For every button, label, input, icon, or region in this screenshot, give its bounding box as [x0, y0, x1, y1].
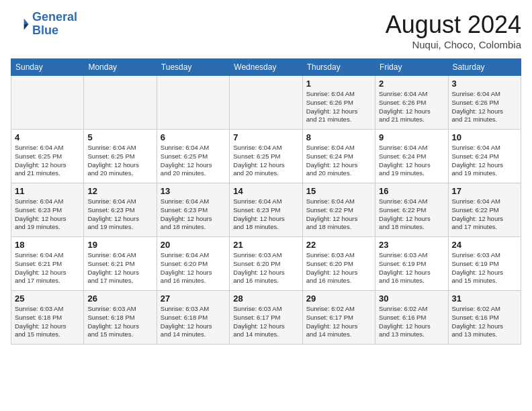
- calendar-cell: [230, 76, 302, 130]
- svg-marker-0: [24, 18, 29, 24]
- day-info: Sunrise: 6:04 AMSunset: 6:26 PMDaylight:…: [306, 90, 371, 124]
- week-row-4: 18Sunrise: 6:04 AMSunset: 6:21 PMDayligh…: [11, 237, 521, 291]
- day-info: Sunrise: 6:03 AMSunset: 6:17 PMDaylight:…: [233, 305, 298, 339]
- day-info: Sunrise: 6:04 AMSunset: 6:24 PMDaylight:…: [452, 144, 517, 178]
- calendar-cell: 4Sunrise: 6:04 AMSunset: 6:25 PMDaylight…: [11, 130, 84, 183]
- day-number: 13: [161, 186, 226, 196]
- calendar-cell: 18Sunrise: 6:04 AMSunset: 6:21 PMDayligh…: [11, 237, 84, 291]
- day-info: Sunrise: 6:03 AMSunset: 6:18 PMDaylight:…: [15, 305, 80, 339]
- week-row-1: 1Sunrise: 6:04 AMSunset: 6:26 PMDaylight…: [11, 76, 521, 130]
- day-number: 10: [452, 132, 517, 142]
- day-info: Sunrise: 6:04 AMSunset: 6:23 PMDaylight:…: [15, 197, 80, 232]
- day-number: 31: [452, 293, 517, 304]
- calendar-cell: [84, 76, 157, 130]
- day-info: Sunrise: 6:04 AMSunset: 6:25 PMDaylight:…: [233, 144, 298, 178]
- day-number: 17: [452, 186, 517, 196]
- calendar-cell: 12Sunrise: 6:04 AMSunset: 6:23 PMDayligh…: [84, 183, 157, 237]
- day-info: Sunrise: 6:04 AMSunset: 6:24 PMDaylight:…: [306, 144, 371, 178]
- day-info: Sunrise: 6:04 AMSunset: 6:22 PMDaylight:…: [306, 197, 371, 232]
- day-info: Sunrise: 6:04 AMSunset: 6:26 PMDaylight:…: [379, 90, 444, 124]
- calendar-table: SundayMondayTuesdayWednesdayThursdayFrid…: [11, 58, 521, 345]
- day-number: 7: [233, 132, 298, 142]
- day-info: Sunrise: 6:04 AMSunset: 6:23 PMDaylight:…: [161, 197, 226, 232]
- weekday-header-thursday: Thursday: [302, 59, 375, 76]
- calendar-cell: 27Sunrise: 6:03 AMSunset: 6:18 PMDayligh…: [157, 291, 229, 345]
- day-info: Sunrise: 6:04 AMSunset: 6:23 PMDaylight:…: [233, 197, 298, 232]
- week-row-2: 4Sunrise: 6:04 AMSunset: 6:25 PMDaylight…: [11, 130, 521, 183]
- calendar-cell: 3Sunrise: 6:04 AMSunset: 6:26 PMDaylight…: [448, 76, 521, 130]
- logo-icon: [11, 15, 30, 34]
- day-number: 28: [233, 293, 298, 304]
- calendar-cell: 20Sunrise: 6:04 AMSunset: 6:20 PMDayligh…: [157, 237, 229, 291]
- day-info: Sunrise: 6:04 AMSunset: 6:21 PMDaylight:…: [87, 251, 152, 285]
- day-info: Sunrise: 6:04 AMSunset: 6:21 PMDaylight:…: [15, 251, 80, 285]
- calendar-cell: 24Sunrise: 6:03 AMSunset: 6:19 PMDayligh…: [448, 237, 521, 291]
- day-info: Sunrise: 6:03 AMSunset: 6:20 PMDaylight:…: [233, 251, 298, 285]
- calendar-cell: 22Sunrise: 6:03 AMSunset: 6:20 PMDayligh…: [302, 237, 375, 291]
- svg-marker-1: [24, 24, 29, 30]
- day-info: Sunrise: 6:04 AMSunset: 6:24 PMDaylight:…: [379, 144, 444, 178]
- day-number: 15: [306, 186, 371, 196]
- weekday-header-friday: Friday: [375, 59, 448, 76]
- calendar-cell: 25Sunrise: 6:03 AMSunset: 6:18 PMDayligh…: [11, 291, 84, 345]
- day-number: 24: [452, 240, 517, 250]
- day-number: 12: [87, 186, 152, 196]
- week-row-3: 11Sunrise: 6:04 AMSunset: 6:23 PMDayligh…: [11, 183, 521, 237]
- day-number: 30: [379, 293, 444, 304]
- day-number: 14: [233, 186, 298, 196]
- calendar-cell: 19Sunrise: 6:04 AMSunset: 6:21 PMDayligh…: [84, 237, 157, 291]
- day-number: 25: [15, 293, 80, 304]
- day-info: Sunrise: 6:03 AMSunset: 6:18 PMDaylight:…: [87, 305, 152, 339]
- calendar-cell: 26Sunrise: 6:03 AMSunset: 6:18 PMDayligh…: [84, 291, 157, 345]
- week-row-5: 25Sunrise: 6:03 AMSunset: 6:18 PMDayligh…: [11, 291, 521, 345]
- day-number: 18: [15, 240, 80, 250]
- calendar-cell: 23Sunrise: 6:03 AMSunset: 6:19 PMDayligh…: [375, 237, 448, 291]
- day-number: 8: [306, 132, 371, 142]
- day-number: 6: [161, 132, 226, 142]
- day-info: Sunrise: 6:03 AMSunset: 6:20 PMDaylight:…: [306, 251, 371, 285]
- day-number: 27: [161, 293, 226, 304]
- day-info: Sunrise: 6:04 AMSunset: 6:25 PMDaylight:…: [87, 144, 152, 178]
- calendar-cell: 8Sunrise: 6:04 AMSunset: 6:24 PMDaylight…: [302, 130, 375, 183]
- calendar-cell: 1Sunrise: 6:04 AMSunset: 6:26 PMDaylight…: [302, 76, 375, 130]
- weekday-header-row: SundayMondayTuesdayWednesdayThursdayFrid…: [11, 59, 521, 76]
- day-number: 11: [15, 186, 80, 196]
- calendar-cell: [11, 76, 84, 130]
- day-number: 29: [306, 293, 371, 304]
- logo: General Blue: [11, 11, 77, 38]
- day-number: 19: [87, 240, 152, 250]
- day-number: 21: [233, 240, 298, 250]
- day-number: 2: [379, 79, 444, 89]
- day-info: Sunrise: 6:03 AMSunset: 6:19 PMDaylight:…: [452, 251, 517, 285]
- calendar-cell: 5Sunrise: 6:04 AMSunset: 6:25 PMDaylight…: [84, 130, 157, 183]
- day-number: 5: [87, 132, 152, 142]
- day-info: Sunrise: 6:02 AMSunset: 6:16 PMDaylight:…: [379, 305, 444, 339]
- day-number: 23: [379, 240, 444, 250]
- weekday-header-monday: Monday: [84, 59, 157, 76]
- location: Nuqui, Choco, Colombia: [386, 39, 521, 50]
- calendar-cell: 11Sunrise: 6:04 AMSunset: 6:23 PMDayligh…: [11, 183, 84, 237]
- calendar-cell: 10Sunrise: 6:04 AMSunset: 6:24 PMDayligh…: [448, 130, 521, 183]
- calendar-cell: 29Sunrise: 6:02 AMSunset: 6:17 PMDayligh…: [302, 291, 375, 345]
- day-info: Sunrise: 6:04 AMSunset: 6:22 PMDaylight:…: [452, 197, 517, 232]
- calendar-cell: 15Sunrise: 6:04 AMSunset: 6:22 PMDayligh…: [302, 183, 375, 237]
- day-number: 16: [379, 186, 444, 196]
- day-number: 26: [87, 293, 152, 304]
- day-number: 9: [379, 132, 444, 142]
- day-info: Sunrise: 6:02 AMSunset: 6:16 PMDaylight:…: [452, 305, 517, 339]
- weekday-header-wednesday: Wednesday: [230, 59, 302, 76]
- logo-line1: General: [32, 10, 77, 24]
- calendar-cell: 16Sunrise: 6:04 AMSunset: 6:22 PMDayligh…: [375, 183, 448, 237]
- day-info: Sunrise: 6:04 AMSunset: 6:26 PMDaylight:…: [452, 90, 517, 124]
- page-header: General Blue August 2024 Nuqui, Choco, C…: [11, 11, 521, 50]
- calendar-cell: 13Sunrise: 6:04 AMSunset: 6:23 PMDayligh…: [157, 183, 229, 237]
- weekday-header-saturday: Saturday: [448, 59, 521, 76]
- calendar-cell: 9Sunrise: 6:04 AMSunset: 6:24 PMDaylight…: [375, 130, 448, 183]
- calendar-cell: 30Sunrise: 6:02 AMSunset: 6:16 PMDayligh…: [375, 291, 448, 345]
- calendar-cell: 21Sunrise: 6:03 AMSunset: 6:20 PMDayligh…: [230, 237, 302, 291]
- day-info: Sunrise: 6:04 AMSunset: 6:25 PMDaylight:…: [161, 144, 226, 178]
- calendar-cell: 6Sunrise: 6:04 AMSunset: 6:25 PMDaylight…: [157, 130, 229, 183]
- day-number: 4: [15, 132, 80, 142]
- logo-line2: Blue: [32, 24, 58, 37]
- title-area: August 2024 Nuqui, Choco, Colombia: [386, 11, 521, 50]
